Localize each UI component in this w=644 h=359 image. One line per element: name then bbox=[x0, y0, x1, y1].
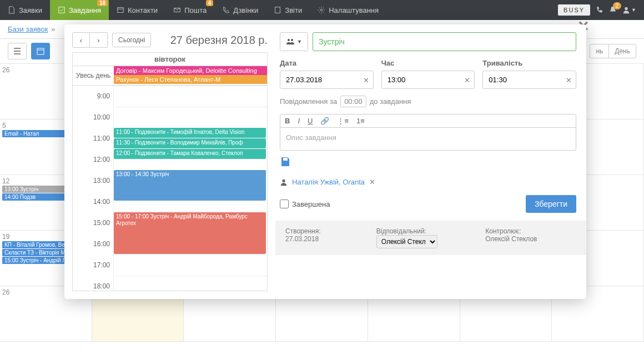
controller-label: Контролює: bbox=[485, 227, 576, 235]
time-input[interactable] bbox=[381, 71, 475, 89]
hour-label: 18:00 bbox=[73, 276, 114, 291]
reminder-prefix: Повідомлення за bbox=[280, 97, 337, 106]
svg-point-8 bbox=[291, 39, 293, 41]
day-title: 27 березня 2018 р. bbox=[170, 34, 268, 47]
hour-label: 13:00 bbox=[73, 170, 114, 191]
ul-btn[interactable]: ⋮≡ bbox=[337, 117, 349, 125]
reminder-suffix: до завдання bbox=[370, 97, 411, 106]
allday-event[interactable]: Рахунок - Леся Степанова, Атлант-М bbox=[114, 75, 267, 84]
bold-btn[interactable]: B bbox=[285, 117, 290, 125]
reminder-row: Повідомлення за 00:00 до завдання bbox=[280, 96, 576, 107]
date-label: Дата bbox=[280, 59, 374, 67]
task-type-dropdown[interactable]: ▼ bbox=[280, 32, 308, 51]
created-label: Створення: bbox=[285, 227, 376, 235]
time-event[interactable]: 13:00 - 14:30 Зустріч bbox=[114, 170, 266, 201]
completed-text: Завершена bbox=[292, 200, 330, 208]
modal-day-view: ‹ › Сьогодні 27 березня 2018 р. вівторок… bbox=[64, 24, 275, 299]
date-input[interactable] bbox=[280, 71, 374, 89]
description-editor: B I U 🔗 ⋮≡ 1≡ Опис завдання bbox=[280, 114, 576, 151]
hour-label: 17:00 bbox=[73, 255, 114, 276]
svg-point-7 bbox=[288, 39, 290, 41]
hour-label: 11:00 bbox=[73, 128, 114, 149]
clear-date-icon[interactable]: ✕ bbox=[363, 76, 369, 84]
remove-contact-icon[interactable]: ✕ bbox=[369, 178, 375, 186]
reminder-time-input[interactable]: 00:00 bbox=[340, 96, 366, 107]
hour-label: 9:00 bbox=[73, 86, 114, 107]
time-event[interactable]: 12:00 - Подзвонити - Тамара Коваленко, С… bbox=[114, 149, 266, 159]
italic-btn[interactable]: I bbox=[298, 117, 300, 125]
time-event[interactable]: 11:00 - Подзвонити - Тимофій Ігнатов, De… bbox=[114, 128, 266, 138]
task-form: ▼ Дата ✕ Час ✕ Тривалість bbox=[275, 24, 586, 299]
clear-duration-icon[interactable]: ✕ bbox=[566, 76, 572, 84]
hour-label: 12:00 bbox=[73, 149, 114, 170]
link-btn[interactable]: 🔗 bbox=[320, 117, 329, 125]
clear-time-icon[interactable]: ✕ bbox=[464, 76, 470, 84]
day-prev-btn[interactable]: ‹ bbox=[72, 32, 90, 48]
duration-input[interactable] bbox=[482, 71, 576, 89]
time-event[interactable]: 11:30 - Подзвонити - Володимир Михайлів,… bbox=[114, 138, 266, 148]
group-icon bbox=[286, 38, 295, 46]
controller-value: Олексій Стеклов bbox=[485, 235, 576, 243]
completed-checkbox-label[interactable]: Завершена bbox=[280, 200, 330, 208]
save-button[interactable]: Зберегти bbox=[526, 195, 576, 213]
time-label: Час bbox=[381, 59, 475, 67]
task-modal: ‹ › Сьогодні 27 березня 2018 р. вівторок… bbox=[64, 24, 586, 299]
hour-label: 16:00 bbox=[73, 233, 114, 255]
quick-save-icon[interactable] bbox=[280, 156, 576, 170]
completed-checkbox[interactable] bbox=[280, 200, 289, 208]
allday-label: Увесь день bbox=[73, 66, 114, 85]
description-body[interactable]: Опис завдання bbox=[280, 128, 576, 150]
allday-event[interactable]: Договір - Максим Городецький, Deloitte C… bbox=[114, 66, 267, 75]
svg-point-10 bbox=[282, 179, 285, 182]
day-next-btn[interactable]: › bbox=[90, 32, 108, 48]
weekday-header: вівторок bbox=[72, 52, 268, 66]
duration-label: Тривалість bbox=[482, 59, 576, 67]
svg-rect-9 bbox=[283, 158, 288, 161]
contact-link[interactable]: Наталія Ужвій, Oranta bbox=[292, 178, 365, 186]
underline-btn[interactable]: U bbox=[308, 117, 313, 125]
hour-grid[interactable]: 9:0010:0011:0012:0013:0014:0015:0016:001… bbox=[72, 86, 268, 291]
hour-label: 10:00 bbox=[73, 107, 114, 128]
time-event[interactable]: 15:00 - 17:00 Зустріч - Андрій Майборода… bbox=[114, 212, 266, 254]
hour-label: 15:00 bbox=[73, 212, 114, 233]
task-title-input[interactable] bbox=[313, 32, 576, 51]
hour-label: 14:00 bbox=[73, 191, 114, 212]
person-icon bbox=[280, 178, 288, 186]
created-value: 27.03.2018 bbox=[285, 235, 376, 243]
today-btn[interactable]: Сьогодні bbox=[112, 33, 151, 47]
responsible-label: Відповідальний: bbox=[376, 227, 486, 235]
ol-btn[interactable]: 1≡ bbox=[356, 117, 365, 125]
responsible-select[interactable]: Олексій Стекл bbox=[376, 235, 437, 248]
